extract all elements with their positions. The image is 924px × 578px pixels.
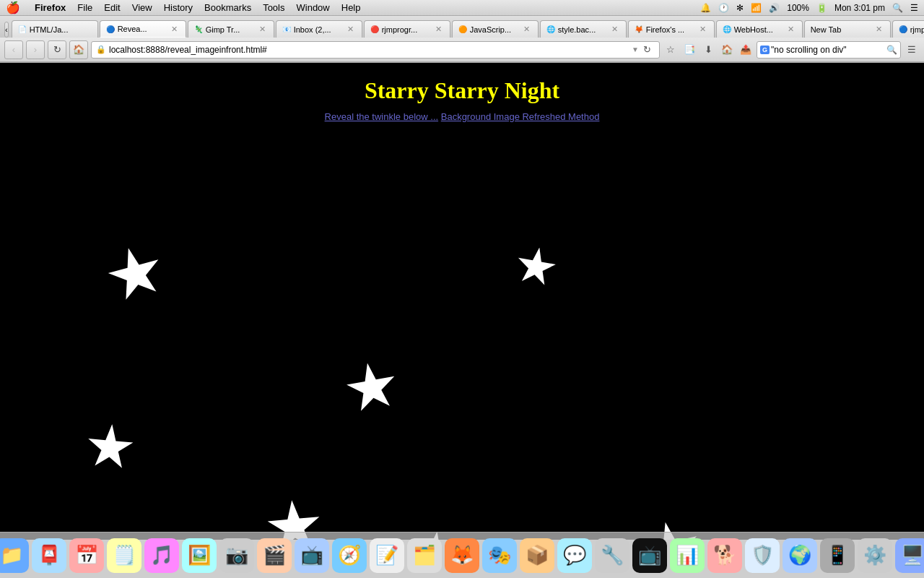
- reload-button[interactable]: ↻: [48, 40, 66, 59]
- reload-small-button[interactable]: ↻: [639, 42, 655, 58]
- download-button[interactable]: ⬇: [700, 42, 716, 58]
- page-title: Starry Starry Night: [0, 63, 924, 104]
- dock-files[interactable]: 🗂️: [407, 538, 442, 573]
- tab-html[interactable]: 📄 HTML/Ja...: [12, 20, 98, 38]
- list-icon[interactable]: ☰: [910, 3, 918, 13]
- bookmark-button[interactable]: 📑: [681, 42, 697, 58]
- dock-firefox[interactable]: 🦊: [445, 538, 479, 573]
- menu-edit[interactable]: Edit: [98, 2, 126, 13]
- apple-menu[interactable]: 🍎: [6, 1, 20, 14]
- dock-earth[interactable]: 🌍: [783, 538, 817, 573]
- home-button[interactable]: 🏠: [69, 40, 88, 59]
- star-4: [84, 422, 135, 473]
- search-icon[interactable]: 🔍: [892, 3, 903, 13]
- tab-close-2[interactable]: ✕: [169, 24, 180, 35]
- tab-inbox[interactable]: 📧 Inbox (2,... ✕: [276, 20, 362, 38]
- dock-theme[interactable]: 🎭: [482, 538, 517, 573]
- dock-settings[interactable]: ⚙️: [858, 538, 892, 573]
- menu-bookmarks[interactable]: Bookmarks: [199, 2, 257, 13]
- tab-favicon-7: 🌐: [546, 25, 555, 33]
- link-reveal[interactable]: Reveal the twinkle below ...: [325, 111, 439, 122]
- address-dropdown[interactable]: ▼: [632, 46, 639, 53]
- dock-terminal[interactable]: 📺: [632, 538, 667, 573]
- back-button[interactable]: ‹: [4, 40, 23, 59]
- address-bar[interactable]: 🔒 ▼ ↻: [91, 41, 660, 59]
- tab-favicon-8: 🦊: [635, 25, 643, 33]
- dock-music[interactable]: 🎵: [144, 538, 179, 573]
- tab-label-1: HTML/Ja...: [30, 25, 69, 34]
- menu-button[interactable]: ☰: [904, 42, 920, 58]
- tab-label-7: style.bac...: [558, 25, 596, 34]
- dock-textedit[interactable]: 📝: [370, 538, 404, 573]
- tab-nav-left[interactable]: ‹: [4, 22, 9, 38]
- dock-packages[interactable]: 📦: [520, 538, 554, 573]
- dock-spreadsheet[interactable]: 📊: [670, 538, 705, 573]
- battery-icon: 🔋: [816, 3, 827, 13]
- tab-js[interactable]: 🟠 JavaScrip... ✕: [452, 20, 539, 38]
- dock-phone[interactable]: 📱: [820, 538, 855, 573]
- dock-notes[interactable]: 🗒️: [107, 538, 141, 573]
- home-nav-button[interactable]: 🏠: [719, 42, 735, 58]
- dock-screen[interactable]: 🖥️: [895, 538, 924, 573]
- share-button[interactable]: 📤: [738, 42, 754, 58]
- tab-gimp[interactable]: 🦎 Gimp Tr... ✕: [188, 20, 274, 38]
- search-bar[interactable]: G 🔍: [757, 41, 901, 59]
- clock: Mon 3:01 pm: [834, 3, 885, 13]
- menu-file[interactable]: File: [71, 2, 98, 13]
- tab-favicon-6: 🟠: [458, 25, 467, 33]
- menu-bar: 🍎 Firefox File Edit View History Bookmar…: [0, 0, 924, 16]
- wifi-icon: 📶: [751, 3, 762, 13]
- dock-safari[interactable]: 🧭: [332, 538, 367, 573]
- tab-favicon-3: 🦎: [194, 25, 203, 33]
- tab-favicon-1: 📄: [18, 25, 27, 33]
- tab-firefox[interactable]: 🦊 Firefox's ... ✕: [628, 20, 715, 38]
- menu-window[interactable]: Window: [291, 2, 336, 13]
- tab-close-8[interactable]: ✕: [697, 24, 708, 35]
- dock-prefs[interactable]: 🔧: [595, 538, 629, 573]
- star-3: [342, 358, 401, 417]
- tab-newtab[interactable]: New Tab ✕: [804, 20, 891, 38]
- tab-style[interactable]: 🌐 style.bac... ✕: [540, 20, 627, 38]
- star-2: [513, 244, 559, 290]
- tab-rjm[interactable]: 🔴 rjmprogr... ✕: [364, 20, 450, 38]
- forward-button[interactable]: ›: [26, 40, 45, 59]
- tab-close-7[interactable]: ✕: [609, 24, 620, 35]
- tab-rjm2[interactable]: 🔵 rjmpro...: [892, 20, 924, 38]
- tab-label-5: rjmprogr...: [382, 25, 418, 34]
- tab-webhost[interactable]: 🌐 WebHost... ✕: [716, 20, 803, 38]
- dock-calendar[interactable]: 📅: [69, 538, 104, 573]
- battery-percentage: 100%: [787, 3, 809, 13]
- tab-label-8: Firefox's ...: [646, 25, 684, 34]
- search-input[interactable]: [771, 45, 884, 55]
- dock-gimp[interactable]: 🐕: [707, 538, 742, 573]
- tab-close-6[interactable]: ✕: [521, 24, 532, 35]
- tab-close-5[interactable]: ✕: [433, 24, 444, 35]
- dock-photos[interactable]: 🖼️: [182, 538, 217, 573]
- menu-history[interactable]: History: [158, 2, 199, 13]
- dock-tv[interactable]: 📺: [295, 538, 329, 573]
- address-input[interactable]: [109, 45, 632, 55]
- tab-reveal[interactable]: 🔵 Revea... ✕: [100, 20, 186, 38]
- link-method[interactable]: Background Image Refreshed Method: [441, 111, 600, 122]
- dock-video[interactable]: 🎬: [257, 538, 292, 573]
- menu-view[interactable]: View: [126, 2, 158, 13]
- search-button[interactable]: 🔍: [886, 42, 897, 58]
- browser-chrome: ‹ 📄 HTML/Ja... 🔵 Revea... ✕ 🦎 Gimp Tr...…: [0, 16, 924, 63]
- dock-messages[interactable]: 💬: [557, 538, 592, 573]
- notification-icon: 🔔: [700, 3, 711, 13]
- tab-close-10[interactable]: ✕: [873, 24, 884, 35]
- bookmark-star-button[interactable]: ☆: [663, 42, 679, 58]
- menu-help[interactable]: Help: [336, 2, 367, 13]
- menu-firefox[interactable]: Firefox: [29, 2, 71, 13]
- menu-tools[interactable]: Tools: [257, 2, 290, 13]
- dock-camera[interactable]: 📷: [219, 538, 254, 573]
- tab-label-10: New Tab: [811, 25, 842, 34]
- dock-shield[interactable]: 🛡️: [745, 538, 780, 573]
- tab-bar: ‹ 📄 HTML/Ja... 🔵 Revea... ✕ 🦎 Gimp Tr...…: [0, 16, 924, 38]
- dock-mail[interactable]: 📮: [32, 538, 66, 573]
- nav-bar: ‹ › ↻ 🏠 🔒 ▼ ↻ ☆ 📑 ⬇ 🏠 📤 G 🔍 ☰: [0, 38, 924, 62]
- tab-close-4[interactable]: ✕: [345, 24, 356, 35]
- tab-close-9[interactable]: ✕: [785, 24, 796, 35]
- dock-folder[interactable]: 📁: [0, 538, 29, 573]
- tab-close-3[interactable]: ✕: [257, 24, 268, 35]
